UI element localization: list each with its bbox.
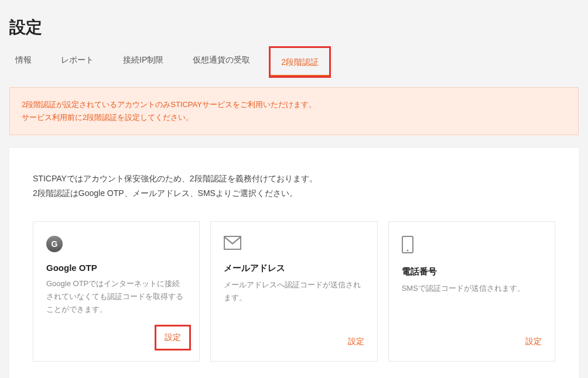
auth-method-cards: Google OTP Google OTPではインターネットに接続されていなくて…: [33, 221, 555, 362]
card-phone-title: 電話番号: [402, 266, 542, 277]
tab-report[interactable]: レポート: [55, 49, 100, 78]
card-google-otp: Google OTP Google OTPではインターネットに接続されていなくて…: [33, 221, 200, 362]
notice-line-2: サービス利用前に2段階認証を設定してください。: [22, 111, 566, 124]
card-google-desc: Google OTPではインターネットに接続されていなくても認証コードを取得する…: [46, 277, 186, 328]
tabs-nav: 情報 レポート 接続IP制限 仮想通貨の受取 2段階認証: [0, 39, 588, 78]
card-email: メールアドレス メールアドレスへ認証コードが送信されます。 設定: [210, 221, 377, 362]
tab-ip-restriction[interactable]: 接続IP制限: [117, 49, 169, 78]
card-email-desc: メールアドレスへ認証コードが送信されます。: [224, 279, 364, 336]
tab-crypto-receive[interactable]: 仮想通貨の受取: [187, 49, 256, 78]
tab-two-factor-auth[interactable]: 2段階認証: [269, 46, 331, 78]
card-google-title: Google OTP: [46, 263, 186, 273]
intro-text: STICPAYではアカウント保安強化のため、2段階認証を義務付けております。 2…: [33, 171, 555, 201]
phone-icon: [402, 236, 542, 256]
google-icon: [46, 236, 186, 252]
setup-google-otp-button[interactable]: 設定: [155, 325, 191, 350]
notice-line-1: 2段階認証が設定されているアカウントのみSTICPAYサービスをご利用いただけま…: [22, 98, 566, 111]
intro-line-1: STICPAYではアカウント保安強化のため、2段階認証を義務付けております。: [33, 171, 555, 186]
card-phone: 電話番号 SMSで認証コードが送信されます。 設定: [388, 221, 555, 362]
intro-line-2: 2段階認証はGoogle OTP、メールアドレス、SMSよりご選択ください。: [33, 186, 555, 201]
card-email-title: メールアドレス: [224, 263, 364, 274]
tab-info[interactable]: 情報: [9, 49, 37, 78]
svg-point-1: [406, 249, 408, 251]
setup-phone-button[interactable]: 設定: [402, 336, 542, 347]
setup-email-button[interactable]: 設定: [224, 336, 364, 347]
notice-banner: 2段階認証が設定されているアカウントのみSTICPAYサービスをご利用いただけま…: [9, 87, 579, 135]
page-title: 設定: [0, 0, 588, 39]
main-panel: STICPAYではアカウント保安強化のため、2段階認証を義務付けております。 2…: [9, 148, 579, 378]
mail-icon: [224, 236, 364, 252]
card-phone-desc: SMSで認証コードが送信されます。: [402, 282, 542, 336]
